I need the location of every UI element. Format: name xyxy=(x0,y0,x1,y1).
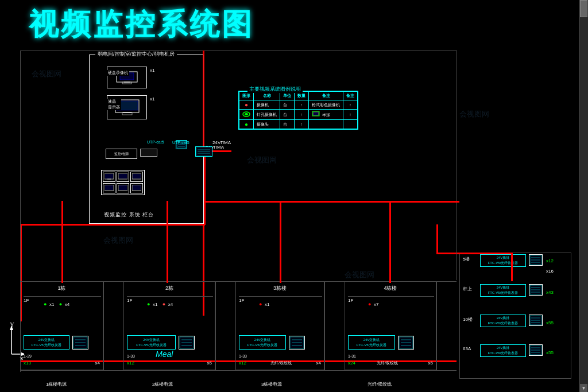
floor-4-cams: ● x7 xyxy=(368,298,378,308)
cam-count-2: x4 xyxy=(65,302,69,307)
power-unit: 监控/电源 xyxy=(106,149,137,159)
vdiv-3 xyxy=(324,281,325,370)
v-cable-f2 xyxy=(167,201,168,283)
legend-container: 主要视频系统图例说明 图形 名称 单位 数量 备注 备注 ● 摄像机 台 ↑ xyxy=(238,91,358,130)
right-switch-3 xyxy=(529,315,543,326)
floor-1-cams: ● x1 ● x4 xyxy=(44,298,69,308)
svg-rect-16 xyxy=(119,174,127,178)
floor3-count-green: x12 xyxy=(239,360,246,366)
battery-unit xyxy=(140,149,157,157)
right-cam-counts-4: x55 xyxy=(546,346,554,356)
bottom-4dong: 光纤/双绞线 xyxy=(368,381,392,387)
right-switch-4 xyxy=(529,344,543,356)
device2-name: 液晶显示器 xyxy=(107,99,121,110)
cam-count-5: x1 xyxy=(265,302,269,307)
watermark-4: 会视图网 xyxy=(345,270,374,280)
svg-rect-18 xyxy=(133,174,141,178)
right-nvr-2: 24V插排FTC-V5/光纤收发器 xyxy=(480,284,526,297)
legend-row3-qty: ↑ xyxy=(295,120,309,129)
right-cam-counts-1: x12 x16 xyxy=(546,254,554,275)
floor4-count2: x6 xyxy=(428,356,433,367)
floor-3-divider xyxy=(239,296,322,297)
left-boundary xyxy=(20,51,21,372)
cam-count-1: x1 xyxy=(49,302,54,307)
legend-row3-note xyxy=(309,120,343,129)
floor1-count-green: x13 xyxy=(24,360,31,366)
right-count-x16: x16 xyxy=(546,269,554,274)
floor-1-section: 1栋 1F ● x1 ● x4 24V交换机FTC-V5/光纤收发器 1-29 … xyxy=(20,281,103,370)
vdiv-1 xyxy=(103,281,104,370)
legend-row3-sym: ● xyxy=(239,120,254,129)
floor-1-divider xyxy=(24,296,101,297)
scrollbar-thumb[interactable] xyxy=(580,0,587,17)
legend-row1-qty: ↑ xyxy=(295,100,309,110)
svg-text:Y: Y xyxy=(10,321,14,328)
cam-red-1: ● xyxy=(163,301,165,307)
floor-2-divider xyxy=(127,296,213,297)
watermark-5: 会视图网 xyxy=(459,109,489,119)
cam-count-3: x1 xyxy=(153,302,157,307)
floor-2-sublabel: 1F xyxy=(127,298,132,303)
legend-row3-extra xyxy=(343,120,358,129)
nvr-floor4: 24V交换机FTC-V5/光纤收发器 xyxy=(348,335,395,350)
device2-label: x1 xyxy=(150,96,154,102)
switch-floor3 xyxy=(289,336,305,350)
legend-table: 图形 名称 单位 数量 备注 备注 ● 摄像机 台 ↑ 枪式彩色摄像机 ↑ xyxy=(239,91,358,129)
cam-red-3: ● xyxy=(368,301,371,307)
nvr-floor2: 24V交换机FTC-V5/光纤收发器 xyxy=(127,335,176,350)
legend-row2-sym xyxy=(239,110,254,120)
cam-count-4: x4 xyxy=(168,302,173,307)
right-63a-label: 63A xyxy=(463,346,471,351)
right-cam-counts-3: x55 xyxy=(546,316,554,327)
monitor-cell-5 xyxy=(117,183,129,193)
legend-header-5: 备注 xyxy=(309,92,343,100)
right-count-x12: x12 xyxy=(546,258,554,263)
floor4-bottom-text: 光纤/双绞线 xyxy=(377,361,398,365)
legend-row2-unit: 台 xyxy=(280,110,295,120)
bottom-2dong: 2栋楼电源 xyxy=(152,381,173,387)
floor-3-cams: ● x1 xyxy=(259,298,269,308)
monitor-cell-1 xyxy=(103,172,115,182)
top-boundary xyxy=(20,51,457,51)
control-room-bottom-label: 视频监控 系统 柜台 xyxy=(104,211,154,219)
right-nvr-3: 24V插排FTC-V6/光纤收发器 xyxy=(480,315,526,327)
device1-label: x1 xyxy=(150,68,154,73)
svg-rect-22 xyxy=(119,185,127,190)
floor1-count2-white: x4 xyxy=(95,360,100,366)
right-boundary xyxy=(457,51,457,280)
v-cable-f1 xyxy=(61,201,63,283)
bottom-3dong: 3栋楼电源 xyxy=(261,381,282,387)
cam-green-2: ● xyxy=(59,301,62,307)
svg-rect-7 xyxy=(122,112,132,115)
device1-name: 硬盘录像机 xyxy=(107,70,129,76)
scrollbar-down[interactable]: ▼ xyxy=(580,384,587,392)
cam-green-1: ● xyxy=(44,301,47,307)
scrollbar[interactable]: ▲ ▼ xyxy=(579,0,588,392)
right-nvr-4: 24V插排FTC-V6/光纤收发器 xyxy=(480,344,526,357)
floor3-label-bottom: 光纤/双绞线 xyxy=(270,356,292,367)
monitor-cell-4 xyxy=(103,183,115,193)
y-axis: Y X xyxy=(7,320,24,362)
floor-2-cams: ● x1 ● x4 xyxy=(147,298,173,308)
watermark-2: 会视图网 xyxy=(103,235,133,246)
floor3-count2: x4 xyxy=(316,356,321,367)
right-pole-label: 杆上 xyxy=(463,286,472,292)
floor-4-label: 4栋楼 xyxy=(384,285,397,292)
floor-bottom-divider xyxy=(20,370,457,371)
svg-rect-20 xyxy=(105,185,113,190)
right-v-cable xyxy=(511,253,513,281)
cam-green-3: ● xyxy=(147,301,150,307)
right-h-cable xyxy=(436,253,513,254)
red-cable-h1 xyxy=(20,224,205,226)
right-count-x43: x43 xyxy=(546,290,554,295)
floor-top-divider xyxy=(20,281,457,282)
utp-cat5-label: UTP-cat5 xyxy=(172,141,189,145)
watermark-3: 会视图网 xyxy=(247,155,277,165)
v-cable-f3 xyxy=(280,201,281,283)
legend-row1-extra: ↑ xyxy=(343,100,358,110)
floor-3-sublabel: 1F xyxy=(239,298,244,303)
meal-text: Meal xyxy=(156,350,173,359)
right-v-cable2 xyxy=(436,224,438,254)
switch-floor1 xyxy=(72,336,88,350)
legend-title: 主要视频系统图例说明 xyxy=(247,86,303,93)
